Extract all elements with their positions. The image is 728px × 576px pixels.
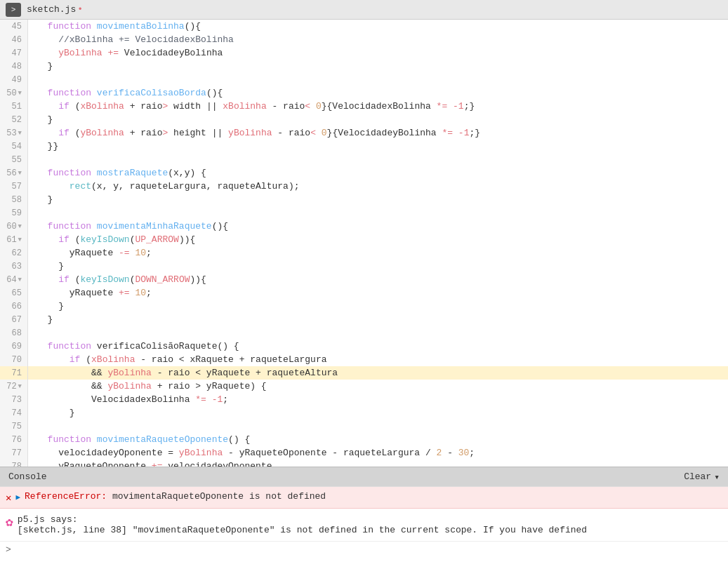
line-number: 72 [0, 380, 27, 393]
line-number: 49 [0, 73, 27, 86]
code-line: function movimentaMinhaRaquete(){ [28, 220, 728, 233]
line-number: 70 [0, 353, 27, 366]
code-line [28, 153, 728, 166]
code-line: yBolinha += VelocidadeyBolinha [28, 46, 728, 60]
code-line: if (xBolinha - raio < xRaquete + raquete… [28, 353, 728, 366]
tab-modified-indicator: • [77, 4, 83, 15]
code-line: } [28, 60, 728, 73]
line-number: 69 [0, 340, 27, 353]
code-line: //xBolinha += VelocidadexBolinha [28, 33, 728, 46]
error-message: ReferenceError: movimentaRaqueteOponente… [25, 491, 326, 502]
code-editor: 4546474849505152535455565758596061626364… [0, 20, 728, 467]
console-panel: ✕ ▶ ReferenceError: movimentaRaqueteOpon… [0, 486, 728, 576]
code-line: if (xBolinha + raio> width || xBolinha -… [28, 100, 728, 113]
prompt-symbol: > [6, 544, 11, 555]
line-number: 47 [0, 46, 27, 60]
code-line [28, 206, 728, 220]
line-number: 60 [0, 220, 27, 233]
code-line: } [28, 406, 728, 420]
code-line: if (keyIsDown(DOWN_ARROW)){ [28, 273, 728, 286]
code-line: } [28, 113, 728, 126]
line-number: 53 [0, 126, 27, 140]
line-number: 67 [0, 313, 27, 326]
line-number: 61 [0, 233, 27, 246]
top-bar: > sketch.js• [0, 0, 728, 20]
line-number: 59 [0, 206, 27, 220]
line-number: 74 [0, 406, 27, 420]
code-line: yRaquete -= 10; [28, 246, 728, 260]
line-number: 45 [0, 20, 27, 33]
code-line: yRaqueteOponente += velocidadeyOponente [28, 460, 728, 467]
line-number: 56 [0, 166, 27, 180]
console-title: Console [8, 471, 47, 482]
code-line: } [28, 313, 728, 326]
p5-icon: ✿ [6, 514, 13, 530]
line-number: 66 [0, 300, 27, 313]
line-number: 55 [0, 153, 27, 166]
arrow-icon: > [11, 6, 16, 14]
console-prompt-row: > [0, 542, 728, 558]
line-number: 76 [0, 433, 27, 446]
code-line: } [28, 260, 728, 273]
error-icon: ✕ [6, 492, 11, 504]
code-line [28, 420, 728, 433]
line-number: 54 [0, 140, 27, 153]
code-line: function movimentaRaqueteOponente() { [28, 433, 728, 446]
line-number: 48 [0, 60, 27, 73]
line-number: 50 [0, 86, 27, 100]
code-line: }} [28, 140, 728, 153]
code-line [28, 326, 728, 340]
line-number: 68 [0, 326, 27, 340]
code-line: function verificaColisãoRaquete() { [28, 340, 728, 353]
code-line: } [28, 193, 728, 206]
line-number: 63 [0, 260, 27, 273]
p5-info-content: p5.js says: [sketch.js, line 38] "movime… [18, 514, 587, 535]
code-line: rect(x, y, raqueteLargura, raqueteAltura… [28, 180, 728, 193]
line-number: 58 [0, 193, 27, 206]
error-message-text: movimentaRaqueteOponente is not defined [112, 491, 326, 502]
code-content[interactable]: function movimentaBolinha(){ //xBolinha … [28, 20, 728, 467]
tab-name-text: sketch.js [27, 4, 76, 15]
console-p5-row: ✿ p5.js says: [sketch.js, line 38] "movi… [0, 509, 728, 542]
line-number: 75 [0, 420, 27, 433]
clear-label: Clear [684, 471, 711, 482]
line-number: 51 [0, 100, 27, 113]
code-line: yRaquete += 10; [28, 286, 728, 300]
line-number: 46 [0, 33, 27, 46]
chevron-down-icon: ▾ [714, 471, 720, 483]
code-line: && yBolinha + raio > yRaquete) { [28, 380, 728, 393]
code-line: velocidadeyOponente = yBolinha - yRaquet… [28, 446, 728, 460]
code-line: function movimentaBolinha(){ [28, 20, 728, 33]
line-number: 78 [0, 460, 27, 467]
line-number: 77 [0, 446, 27, 460]
code-line [28, 73, 728, 86]
line-number: 65 [0, 286, 27, 300]
line-number: 57 [0, 180, 27, 193]
code-line: function mostraRaquete(x,y) { [28, 166, 728, 180]
line-numbers: 4546474849505152535455565758596061626364… [0, 20, 28, 467]
code-line: } [28, 300, 728, 313]
line-number: 73 [0, 393, 27, 406]
console-bar: Console Clear ▾ [0, 467, 728, 486]
sidebar-toggle-button[interactable]: > [6, 3, 21, 17]
line-number: 62 [0, 246, 27, 260]
line-number: 64 [0, 273, 27, 286]
line-number: 52 [0, 113, 27, 126]
code-line: function verificaColisaoBorda(){ [28, 86, 728, 100]
console-clear-button[interactable]: Clear ▾ [684, 471, 720, 483]
line-number: 71 [0, 366, 27, 380]
expand-icon[interactable]: ▶ [15, 493, 20, 502]
p5-detail-text: [sketch.js, line 38] "movimentaRaqueteOp… [18, 525, 587, 535]
tab-filename[interactable]: sketch.js• [27, 4, 83, 15]
code-line: && yBolinha - raio < yRaquete + raqueteA… [28, 366, 728, 380]
code-line: if (keyIsDown(UP_ARROW)){ [28, 233, 728, 246]
code-line: if (yBolinha + raio> height || yBolinha … [28, 126, 728, 140]
code-line: VelocidadexBolinha *= -1; [28, 393, 728, 406]
p5-says-label: p5.js says: [18, 514, 587, 525]
error-classname: ReferenceError: [25, 491, 112, 502]
console-error-row: ✕ ▶ ReferenceError: movimentaRaqueteOpon… [0, 487, 728, 509]
